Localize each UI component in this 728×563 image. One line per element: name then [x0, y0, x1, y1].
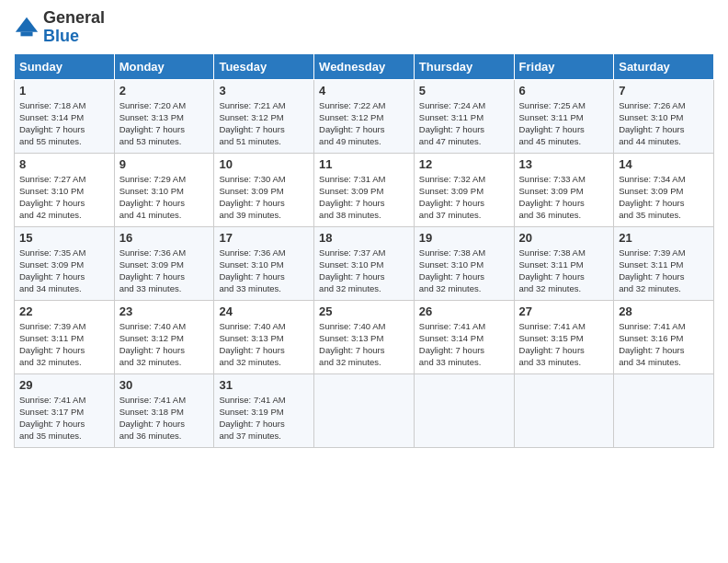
- calendar-cell: 17Sunrise: 7:36 AM Sunset: 3:10 PM Dayli…: [214, 226, 314, 300]
- calendar-cell: 9Sunrise: 7:29 AM Sunset: 3:10 PM Daylig…: [114, 153, 214, 226]
- day-info: Sunrise: 7:37 AM Sunset: 3:10 PM Dayligh…: [319, 247, 409, 295]
- day-info: Sunrise: 7:24 AM Sunset: 3:11 PM Dayligh…: [419, 99, 509, 148]
- day-info: Sunrise: 7:38 AM Sunset: 3:10 PM Dayligh…: [419, 247, 509, 295]
- day-info: Sunrise: 7:22 AM Sunset: 3:12 PM Dayligh…: [319, 99, 409, 148]
- day-info: Sunrise: 7:31 AM Sunset: 3:09 PM Dayligh…: [319, 173, 409, 222]
- calendar-cell: 30Sunrise: 7:41 AM Sunset: 3:18 PM Dayli…: [114, 373, 214, 447]
- day-number: 26: [419, 304, 509, 318]
- day-number: 23: [119, 304, 210, 318]
- day-number: 17: [219, 231, 309, 245]
- day-number: 31: [219, 378, 309, 392]
- calendar-cell: 29Sunrise: 7:41 AM Sunset: 3:17 PM Dayli…: [15, 373, 115, 447]
- day-info: Sunrise: 7:20 AM Sunset: 3:13 PM Dayligh…: [119, 99, 210, 148]
- day-info: Sunrise: 7:40 AM Sunset: 3:13 PM Dayligh…: [319, 320, 409, 369]
- weekday-header-saturday: Saturday: [614, 53, 714, 79]
- weekday-header-row: SundayMondayTuesdayWednesdayThursdayFrid…: [15, 53, 714, 79]
- day-number: 7: [619, 84, 709, 98]
- week-row-4: 22Sunrise: 7:39 AM Sunset: 3:11 PM Dayli…: [15, 300, 714, 373]
- day-number: 13: [519, 157, 609, 171]
- day-number: 1: [19, 84, 109, 98]
- day-number: 16: [119, 231, 210, 245]
- day-info: Sunrise: 7:18 AM Sunset: 3:14 PM Dayligh…: [19, 99, 109, 148]
- calendar-cell: 28Sunrise: 7:41 AM Sunset: 3:16 PM Dayli…: [614, 300, 714, 373]
- calendar-cell: 20Sunrise: 7:38 AM Sunset: 3:11 PM Dayli…: [514, 226, 614, 300]
- day-number: 25: [319, 304, 409, 318]
- day-info: Sunrise: 7:36 AM Sunset: 3:09 PM Dayligh…: [119, 247, 210, 295]
- day-info: Sunrise: 7:36 AM Sunset: 3:10 PM Dayligh…: [219, 247, 309, 295]
- day-info: Sunrise: 7:41 AM Sunset: 3:19 PM Dayligh…: [219, 394, 309, 442]
- day-info: Sunrise: 7:33 AM Sunset: 3:09 PM Dayligh…: [519, 173, 609, 222]
- calendar-cell: 14Sunrise: 7:34 AM Sunset: 3:09 PM Dayli…: [614, 153, 714, 226]
- day-number: 15: [19, 231, 109, 245]
- calendar-cell: 27Sunrise: 7:41 AM Sunset: 3:15 PM Dayli…: [514, 300, 614, 373]
- calendar-cell: 19Sunrise: 7:38 AM Sunset: 3:10 PM Dayli…: [414, 226, 514, 300]
- day-number: 4: [319, 84, 409, 98]
- calendar-cell: [414, 373, 514, 447]
- calendar-cell: 5Sunrise: 7:24 AM Sunset: 3:11 PM Daylig…: [414, 79, 514, 153]
- day-info: Sunrise: 7:32 AM Sunset: 3:09 PM Dayligh…: [419, 173, 509, 222]
- logo-icon: [14, 15, 40, 40]
- day-number: 2: [119, 84, 210, 98]
- day-info: Sunrise: 7:30 AM Sunset: 3:09 PM Dayligh…: [219, 173, 309, 222]
- day-info: Sunrise: 7:41 AM Sunset: 3:15 PM Dayligh…: [519, 320, 609, 369]
- day-info: Sunrise: 7:27 AM Sunset: 3:10 PM Dayligh…: [19, 173, 109, 222]
- day-number: 8: [19, 157, 109, 171]
- weekday-header-sunday: Sunday: [15, 53, 115, 79]
- weekday-header-tuesday: Tuesday: [214, 53, 314, 79]
- calendar-cell: [614, 373, 714, 447]
- day-number: 29: [19, 378, 109, 392]
- calendar-cell: 18Sunrise: 7:37 AM Sunset: 3:10 PM Dayli…: [314, 226, 415, 300]
- calendar-cell: 6Sunrise: 7:25 AM Sunset: 3:11 PM Daylig…: [514, 79, 614, 153]
- calendar-cell: 26Sunrise: 7:41 AM Sunset: 3:14 PM Dayli…: [414, 300, 514, 373]
- week-row-2: 8Sunrise: 7:27 AM Sunset: 3:10 PM Daylig…: [15, 153, 714, 226]
- calendar-cell: 12Sunrise: 7:32 AM Sunset: 3:09 PM Dayli…: [414, 153, 514, 226]
- calendar-table: SundayMondayTuesdayWednesdayThursdayFrid…: [14, 53, 714, 448]
- day-number: 28: [619, 304, 709, 318]
- calendar-cell: 15Sunrise: 7:35 AM Sunset: 3:09 PM Dayli…: [15, 226, 115, 300]
- day-number: 27: [519, 304, 609, 318]
- calendar-cell: 13Sunrise: 7:33 AM Sunset: 3:09 PM Dayli…: [514, 153, 614, 226]
- calendar-cell: 22Sunrise: 7:39 AM Sunset: 3:11 PM Dayli…: [15, 300, 115, 373]
- logo: General Blue: [14, 9, 105, 46]
- day-info: Sunrise: 7:41 AM Sunset: 3:18 PM Dayligh…: [119, 394, 210, 442]
- calendar-cell: 1Sunrise: 7:18 AM Sunset: 3:14 PM Daylig…: [15, 79, 115, 153]
- day-info: Sunrise: 7:21 AM Sunset: 3:12 PM Dayligh…: [219, 99, 309, 148]
- calendar-cell: 8Sunrise: 7:27 AM Sunset: 3:10 PM Daylig…: [15, 153, 115, 226]
- day-number: 6: [519, 84, 609, 98]
- day-number: 20: [519, 231, 609, 245]
- day-info: Sunrise: 7:41 AM Sunset: 3:17 PM Dayligh…: [19, 394, 109, 442]
- calendar-cell: 10Sunrise: 7:30 AM Sunset: 3:09 PM Dayli…: [214, 153, 314, 226]
- svg-marker-0: [16, 17, 38, 32]
- calendar-cell: 11Sunrise: 7:31 AM Sunset: 3:09 PM Dayli…: [314, 153, 415, 226]
- logo-text: General Blue: [43, 9, 105, 46]
- calendar-cell: 21Sunrise: 7:39 AM Sunset: 3:11 PM Dayli…: [614, 226, 714, 300]
- calendar-cell: [314, 373, 415, 447]
- day-info: Sunrise: 7:40 AM Sunset: 3:13 PM Dayligh…: [219, 320, 309, 369]
- day-number: 18: [319, 231, 409, 245]
- day-number: 24: [219, 304, 309, 318]
- calendar-cell: 2Sunrise: 7:20 AM Sunset: 3:13 PM Daylig…: [114, 79, 214, 153]
- week-row-3: 15Sunrise: 7:35 AM Sunset: 3:09 PM Dayli…: [15, 226, 714, 300]
- week-row-1: 1Sunrise: 7:18 AM Sunset: 3:14 PM Daylig…: [15, 79, 714, 153]
- day-info: Sunrise: 7:40 AM Sunset: 3:12 PM Dayligh…: [119, 320, 210, 369]
- svg-rect-1: [20, 31, 32, 36]
- day-info: Sunrise: 7:39 AM Sunset: 3:11 PM Dayligh…: [19, 320, 109, 369]
- day-number: 19: [419, 231, 509, 245]
- week-row-5: 29Sunrise: 7:41 AM Sunset: 3:17 PM Dayli…: [15, 373, 714, 447]
- day-number: 5: [419, 84, 509, 98]
- day-info: Sunrise: 7:41 AM Sunset: 3:16 PM Dayligh…: [619, 320, 709, 369]
- calendar-cell: 7Sunrise: 7:26 AM Sunset: 3:10 PM Daylig…: [614, 79, 714, 153]
- calendar-cell: 3Sunrise: 7:21 AM Sunset: 3:12 PM Daylig…: [214, 79, 314, 153]
- calendar-cell: 16Sunrise: 7:36 AM Sunset: 3:09 PM Dayli…: [114, 226, 214, 300]
- day-number: 11: [319, 157, 409, 171]
- calendar-cell: 24Sunrise: 7:40 AM Sunset: 3:13 PM Dayli…: [214, 300, 314, 373]
- day-info: Sunrise: 7:29 AM Sunset: 3:10 PM Dayligh…: [119, 173, 210, 222]
- day-info: Sunrise: 7:39 AM Sunset: 3:11 PM Dayligh…: [619, 247, 709, 295]
- day-number: 9: [119, 157, 210, 171]
- calendar-cell: 31Sunrise: 7:41 AM Sunset: 3:19 PM Dayli…: [214, 373, 314, 447]
- day-number: 21: [619, 231, 709, 245]
- header: General Blue: [14, 9, 714, 46]
- calendar-cell: [514, 373, 614, 447]
- day-info: Sunrise: 7:38 AM Sunset: 3:11 PM Dayligh…: [519, 247, 609, 295]
- calendar-cell: 25Sunrise: 7:40 AM Sunset: 3:13 PM Dayli…: [314, 300, 415, 373]
